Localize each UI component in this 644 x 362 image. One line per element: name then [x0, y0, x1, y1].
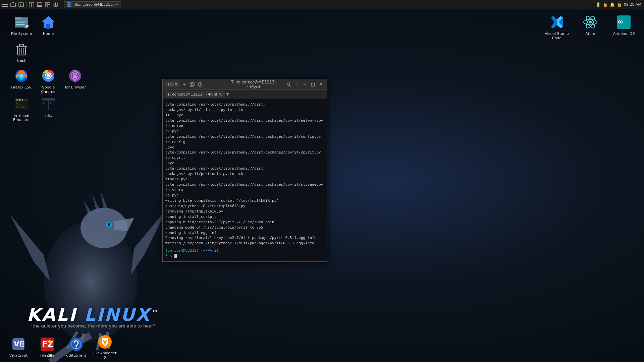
new-tab-button[interactable]: +	[181, 81, 187, 88]
tab-indicator: 1/1 ▼	[165, 81, 179, 87]
output-line-7: byte-compiling /usr/local/lib/python2.7/…	[165, 150, 324, 161]
output-line-5: byte-compiling /usr/local/lib/python2.7/…	[165, 134, 324, 145]
kali-logo: KALI LINUX™ "the quieter you become, the…	[27, 305, 159, 328]
taskbar-app-label: Tilix: corcor@ME3213: ~	[73, 2, 118, 7]
svg-rect-15	[2, 4, 8, 5]
svg-point-64	[16, 99, 18, 101]
terminal-titlebar: 1/1 ▼ + Tilix: corcor@ME3213: ~/Pyrit ⋮	[163, 79, 327, 90]
output-line-21: Writing /usr/local/lib/python2.7/dist-pa…	[165, 241, 324, 246]
desktop-icon-trash[interactable]: Trash	[8, 39, 35, 65]
vscode-label: Visual Studio Code	[545, 32, 569, 40]
svg-point-52	[19, 74, 23, 78]
veracrypt-icon: V	[10, 336, 26, 352]
desktop-icon-tor[interactable]: Tor Browser	[62, 66, 89, 92]
taskbar-menu-icon[interactable]	[1, 1, 9, 8]
right-desktop-icons: Visual Studio Code Atom ∞ A	[543, 12, 637, 42]
svg-rect-73	[48, 101, 49, 110]
taskbar-right: 🔋 🔒 🔔 🔒 09:28 AM	[593, 2, 644, 7]
desktop-icon-terminal[interactable]: $ _ ls -la Terminal Emulator	[8, 94, 35, 124]
output-line-17: copying build/scripts-2.7/pyrit -> /usr/…	[165, 220, 324, 225]
taskbar-config-icon[interactable]	[36, 1, 43, 8]
svg-text:$ _: $ _	[16, 103, 21, 106]
svg-rect-25	[48, 2, 50, 4]
jdownloader-icon	[97, 334, 113, 350]
chrome-icon	[40, 68, 56, 84]
terminal-tab-1[interactable]: 1: corcor@ME3213: ~/Pyrit	[165, 91, 225, 98]
svg-text:∞: ∞	[618, 17, 623, 26]
tab-dropdown-icon[interactable]: ▼	[175, 82, 177, 86]
taskbar-divider	[26, 2, 26, 8]
output-line-6: .pyc	[165, 145, 324, 150]
minimize-button[interactable]: ─	[302, 81, 308, 88]
tab-close-icon[interactable]	[219, 93, 222, 97]
svg-rect-22	[37, 2, 42, 6]
dragon-background	[0, 154, 184, 362]
copy-tab-button[interactable]	[189, 81, 196, 88]
svg-rect-32	[69, 3, 71, 4]
taskbar-sound-icon: 🔔	[610, 2, 615, 7]
svg-rect-33	[67, 5, 69, 7]
taskbar-tilix-app[interactable]: Tilix: corcor@ME3213: ~	[64, 1, 121, 8]
output-line-12: ge.pyc	[165, 193, 324, 198]
taskbar-grid-icon[interactable]	[44, 1, 51, 8]
tor-icon	[67, 68, 83, 84]
desktop-icon-vscode[interactable]: Visual Studio Code	[543, 12, 570, 42]
output-line-18: changing mode of /usr/local/bin/pyrit to…	[165, 225, 324, 230]
taskbar-split-icon[interactable]	[28, 1, 35, 8]
jdownloader-label: JDownloader 2	[93, 351, 116, 360]
menu-button[interactable]: ⋮	[293, 81, 300, 88]
svg-rect-34	[69, 5, 71, 7]
svg-rect-84	[190, 83, 193, 86]
svg-rect-43	[46, 24, 50, 29]
filesystem-icon: 📁	[13, 14, 30, 30]
svg-point-57	[47, 74, 50, 77]
veracrypt-label: VeraCrypt	[9, 353, 28, 358]
taskbar-network-icon: 🔒	[603, 2, 608, 7]
terminal-title: Tilix: corcor@ME3213: ~/Pyrit	[224, 80, 283, 89]
svg-rect-29	[55, 3, 56, 5]
svg-rect-30	[55, 5, 56, 6]
dock-icon-filezilla[interactable]: FZ FileZilla	[36, 335, 59, 359]
taskbar-divider2	[61, 2, 61, 8]
dock-icon-qbittorrent[interactable]: qBittorrent	[64, 335, 88, 359]
bottom-dock: V VeraCrypt FZ FileZilla	[0, 332, 644, 362]
filezilla-icon: FZ	[39, 336, 55, 352]
dock-icon-veracrypt[interactable]: V VeraCrypt	[7, 335, 30, 359]
tab-arrow-icon[interactable]: ▼	[226, 92, 229, 97]
svg-line-90	[289, 85, 291, 86]
terminal-body[interactable]: byte-compiling /usr/local/lib/python2.7/…	[163, 99, 327, 261]
desktop-icon-tilix[interactable]: $ $ Tilix	[35, 94, 62, 120]
svg-text:ls -la: ls -la	[16, 106, 24, 109]
kali-tm: ™	[151, 308, 159, 316]
firefox-label: Firefox ESR	[11, 85, 32, 89]
desktop-icon-firefox[interactable]: Firefox ESR	[8, 66, 35, 92]
trash-icon	[13, 41, 30, 57]
taskbar-terminal-icon[interactable]	[17, 1, 25, 8]
taskbar-extra-icon[interactable]	[52, 1, 59, 8]
session-button[interactable]	[197, 81, 204, 88]
dock-icon-jdownloader[interactable]: JDownloader 2	[93, 333, 117, 361]
tilix-icon: $ $	[40, 96, 56, 112]
desktop-icon-chrome[interactable]: Google Chrome	[35, 66, 62, 96]
desktop-icon-filesystem[interactable]: 📁 File System	[8, 12, 35, 38]
taskbar: Tilix: corcor@ME3213: ~ 🔋 🔒 🔔 🔒 09:28 AM	[0, 0, 644, 9]
taskbar-files-icon[interactable]	[9, 1, 17, 8]
prompt-symbol: └─$	[165, 254, 172, 258]
svg-text:FZ: FZ	[42, 340, 53, 349]
desktop-icon-arduino[interactable]: ∞ Arduino IDE	[610, 12, 637, 42]
terminal-emulator-icon: $ _ ls -la	[13, 96, 30, 112]
svg-marker-3	[10, 215, 50, 282]
terminal-prompt-line: (corcor@ME3213)-[~/Pyrit] └─$	[165, 248, 324, 259]
vscode-icon	[549, 14, 565, 30]
search-button[interactable]	[285, 81, 292, 88]
kali-text-kali: KALI	[27, 305, 84, 325]
close-button[interactable]: ✕	[318, 81, 324, 88]
desktop-icon-atom[interactable]: Atom	[577, 12, 604, 42]
output-line-16: running install_scripts	[165, 214, 324, 220]
desktop-icon-home[interactable]: Home	[35, 12, 62, 38]
svg-rect-21	[32, 2, 34, 7]
output-line-19: running install_egg_info	[165, 230, 324, 236]
output-line-2: it__.pyc	[165, 113, 324, 118]
maximize-button[interactable]: □	[310, 81, 316, 88]
svg-text:$: $	[50, 102, 51, 104]
